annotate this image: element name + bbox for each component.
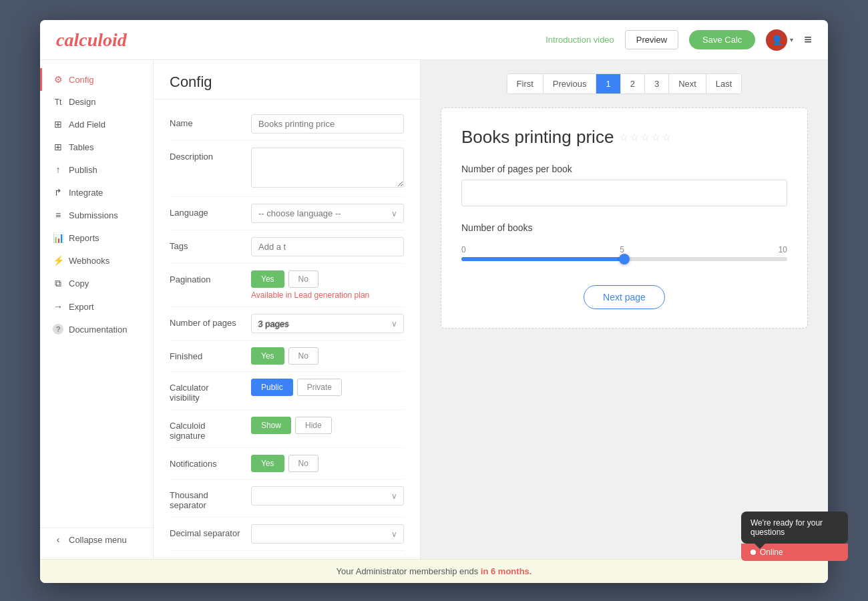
status-text: Your Administrator membership ends bbox=[337, 566, 481, 576]
description-textarea[interactable] bbox=[251, 148, 404, 188]
field-thousand-sep-row: Thousand separator bbox=[170, 479, 404, 518]
chat-bubble: We're ready for your questions bbox=[741, 512, 848, 544]
decimal-sep-select[interactable] bbox=[251, 524, 404, 544]
thousand-sep-select[interactable] bbox=[251, 486, 404, 506]
field-notifications-control: Yes No bbox=[251, 455, 404, 472]
sidebar-item-add-field[interactable]: ⊞ Add Field bbox=[40, 113, 153, 136]
sidebar-item-export[interactable]: → Export bbox=[40, 295, 153, 318]
pagination-bar: First Previous 1 2 3 Next Last bbox=[507, 73, 742, 94]
top-bar-right: Introduction video Preview Save Calc 👤 ▾… bbox=[546, 29, 812, 51]
intro-video-link[interactable]: Introduction video bbox=[546, 35, 614, 45]
visibility-public-button[interactable]: Public bbox=[251, 379, 293, 396]
sidebar-label-reports: Reports bbox=[69, 233, 99, 243]
field-thousand-sep-label: Thousand separator bbox=[170, 486, 243, 510]
finished-yes-button[interactable]: Yes bbox=[251, 347, 284, 365]
avatar[interactable]: 👤 bbox=[766, 29, 787, 51]
signature-hide-button[interactable]: Hide bbox=[295, 417, 332, 434]
thousand-sep-select-wrapper bbox=[251, 486, 404, 506]
field-description-row: Description bbox=[170, 141, 404, 197]
save-button[interactable]: Save Calc bbox=[689, 30, 755, 49]
tags-input[interactable] bbox=[251, 237, 404, 256]
sidebar-item-webhooks[interactable]: ⚡ Webhooks bbox=[40, 249, 153, 272]
next-page-button[interactable]: Next page bbox=[584, 285, 665, 309]
signature-toggle-group: Show Hide bbox=[251, 417, 404, 434]
finished-no-button[interactable]: No bbox=[288, 347, 318, 365]
field-num-pages-control: 3 pages bbox=[251, 314, 404, 333]
tables-icon: ⊞ bbox=[53, 142, 63, 152]
sidebar-item-design[interactable]: Tt Design bbox=[40, 91, 153, 113]
export-icon: → bbox=[53, 301, 63, 312]
hamburger-icon[interactable]: ≡ bbox=[804, 32, 812, 47]
webhooks-icon: ⚡ bbox=[53, 255, 63, 266]
language-select[interactable] bbox=[251, 204, 404, 223]
preview-title-text: Books printing price bbox=[461, 127, 614, 148]
collapse-icon: ‹ bbox=[53, 534, 63, 545]
publish-icon: ↑ bbox=[53, 164, 63, 175]
sidebar-item-submissions[interactable]: ≡ Submissions bbox=[40, 204, 153, 226]
notifications-yes-button[interactable]: Yes bbox=[251, 455, 284, 472]
field-visibility-label: Calculator visibility bbox=[170, 379, 243, 403]
sidebar-item-copy[interactable]: ⧉ Copy bbox=[40, 272, 153, 295]
pagination-page1-button[interactable]: 1 bbox=[596, 74, 620, 93]
pagination-page2-button[interactable]: 2 bbox=[621, 74, 645, 93]
sidebar-item-publish[interactable]: ↑ Publish bbox=[40, 158, 153, 181]
field-thousand-sep-control bbox=[251, 486, 404, 506]
sidebar-label-design: Design bbox=[69, 97, 95, 107]
field-pagination-row: Pagination Yes No Available in Lead gene… bbox=[170, 264, 404, 307]
documentation-icon: ? bbox=[53, 324, 63, 335]
field-finished-row: Finished Yes No bbox=[170, 341, 404, 372]
top-bar: calculoid Introduction video Preview Sav… bbox=[40, 20, 828, 60]
preview-button[interactable]: Preview bbox=[625, 30, 678, 49]
field-language-control bbox=[251, 204, 404, 223]
pages-per-book-input[interactable] bbox=[461, 180, 787, 206]
pagination-last-button[interactable]: Last bbox=[706, 74, 742, 93]
add-field-icon: ⊞ bbox=[53, 119, 63, 130]
pagination-yes-button[interactable]: Yes bbox=[251, 270, 284, 288]
slider-fill bbox=[461, 257, 624, 261]
field-description-label: Description bbox=[170, 148, 243, 162]
sidebar-item-reports[interactable]: 📊 Reports bbox=[40, 226, 153, 249]
field-decimal-sep-control bbox=[251, 524, 404, 544]
field-tags-label: Tags bbox=[170, 237, 243, 251]
sidebar-item-documentation[interactable]: ? Documentation bbox=[40, 318, 153, 341]
sidebar-item-tables[interactable]: ⊞ Tables bbox=[40, 136, 153, 158]
field-tags-control bbox=[251, 237, 404, 256]
language-select-wrapper bbox=[251, 204, 404, 223]
pagination-next-button[interactable]: Next bbox=[669, 74, 706, 93]
field-language-row: Language bbox=[170, 197, 404, 230]
field-description-control bbox=[251, 148, 404, 190]
preview-card-title: Books printing price ☆☆☆☆☆ bbox=[461, 127, 787, 148]
sidebar-item-integrate[interactable]: ↱ Integrate bbox=[40, 181, 153, 204]
field-signature-label: Calculoid signature bbox=[170, 417, 243, 441]
slider-track[interactable] bbox=[461, 257, 787, 261]
sidebar-label-integrate: Integrate bbox=[69, 188, 103, 198]
signature-show-button[interactable]: Show bbox=[251, 417, 291, 434]
preview-card: Books printing price ☆☆☆☆☆ Number of pag… bbox=[441, 108, 808, 329]
num-pages-value: 3 pages bbox=[258, 319, 288, 329]
sidebar-label-documentation: Documentation bbox=[69, 325, 127, 335]
pagination-first-button[interactable]: First bbox=[507, 74, 544, 93]
notifications-no-button[interactable]: No bbox=[288, 455, 318, 472]
field-decimal-sep-row: Decimal separator bbox=[170, 518, 404, 551]
preview-stars[interactable]: ☆☆☆☆☆ bbox=[619, 131, 672, 144]
config-icon: ⚙ bbox=[53, 74, 63, 85]
chat-bubble-text: We're ready for your questions bbox=[750, 518, 823, 537]
config-panel: Config Name Description bbox=[154, 60, 421, 559]
sidebar: ⚙ Config Tt Design ⊞ Add Field ⊞ Tables … bbox=[40, 60, 154, 559]
reports-icon: 📊 bbox=[53, 232, 63, 243]
chat-widget[interactable]: We're ready for your questions Online bbox=[741, 512, 848, 561]
pagination-no-button[interactable]: No bbox=[288, 270, 318, 288]
avatar-chevron-icon[interactable]: ▾ bbox=[790, 36, 793, 43]
online-dot-icon bbox=[750, 550, 756, 555]
pagination-previous-button[interactable]: Previous bbox=[544, 74, 597, 93]
sidebar-item-collapse[interactable]: ‹ Collapse menu bbox=[40, 528, 153, 551]
field-signature-control: Show Hide bbox=[251, 417, 404, 434]
slider-marks: 0 5 10 bbox=[461, 245, 787, 254]
pagination-page3-button[interactable]: 3 bbox=[645, 74, 669, 93]
slider-thumb[interactable] bbox=[619, 254, 630, 264]
visibility-private-button[interactable]: Private bbox=[297, 379, 342, 396]
slider-max-label: 10 bbox=[779, 245, 787, 254]
name-input[interactable] bbox=[251, 114, 404, 134]
sidebar-item-config[interactable]: ⚙ Config bbox=[40, 68, 153, 91]
field-signature-row: Calculoid signature Show Hide bbox=[170, 410, 404, 448]
